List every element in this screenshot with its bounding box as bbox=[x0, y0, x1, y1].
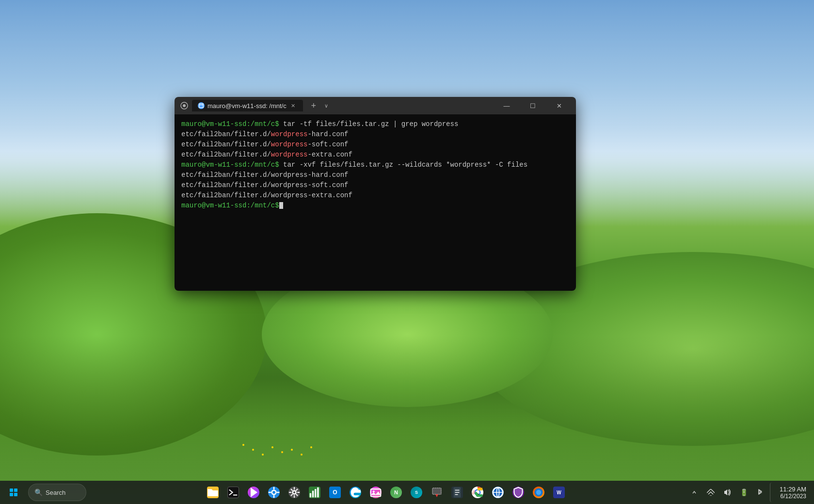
svg-rect-14 bbox=[432, 488, 441, 494]
new-tab-button[interactable]: + bbox=[307, 99, 320, 112]
terminal-line-7: etc/fail2ban/filter.d/wordpress-soft.con… bbox=[181, 180, 569, 190]
svg-rect-2 bbox=[199, 104, 203, 108]
chrome-icon bbox=[472, 487, 483, 498]
tab-close-button[interactable]: ✕ bbox=[289, 102, 297, 110]
taskbar-photos[interactable] bbox=[366, 483, 385, 502]
browser2-icon bbox=[533, 487, 544, 498]
network-app-icon bbox=[492, 487, 504, 498]
svg-point-13 bbox=[373, 490, 375, 492]
terminal-body[interactable]: mauro@vm-w11-ssd:/mnt/c$ tar -tf files/f… bbox=[175, 114, 576, 291]
terminal-window[interactable]: mauro@vm-w11-ssd: /mnt/c ✕ + ∨ — ☐ ✕ mau… bbox=[175, 97, 576, 291]
taskbar-app2[interactable]: S bbox=[407, 483, 426, 502]
terminal-line-4: etc/fail2ban/filter.d/wordpress-extra.co… bbox=[181, 150, 569, 160]
tray-network-icon[interactable] bbox=[703, 483, 718, 502]
prompt-1: mauro@vm-w11-ssd:/mnt/c$ bbox=[181, 120, 279, 128]
tray-volume-icon[interactable] bbox=[719, 483, 735, 502]
app2-icon: S bbox=[411, 487, 422, 498]
clock[interactable]: 11:29 AM 6/12/2023 bbox=[776, 483, 810, 502]
cursor bbox=[279, 202, 283, 209]
tab-title: mauro@vm-w11-ssd: /mnt/c bbox=[207, 102, 287, 110]
taskbar-browser2[interactable] bbox=[529, 483, 548, 502]
tray-battery-icon[interactable]: 🔋 bbox=[736, 483, 751, 502]
tray-bluetooth-icon[interactable] bbox=[752, 483, 768, 502]
task-manager-icon bbox=[309, 487, 320, 498]
tray-overflow-button[interactable] bbox=[686, 483, 702, 502]
clock-time: 11:29 AM bbox=[780, 486, 806, 493]
taskbar-security[interactable] bbox=[509, 483, 528, 502]
search-label: Search bbox=[46, 489, 65, 496]
taskbar-control-panel[interactable] bbox=[264, 483, 284, 502]
taskbar-notepad[interactable] bbox=[447, 483, 467, 502]
tray-show-desktop[interactable] bbox=[770, 483, 774, 502]
terminal-line-3: etc/fail2ban/filter.d/wordpress-soft.con… bbox=[181, 140, 569, 150]
minimize-button[interactable]: — bbox=[495, 97, 518, 114]
prompt-2: mauro@vm-w11-ssd:/mnt/c$ bbox=[181, 161, 279, 169]
settings-icon bbox=[288, 487, 300, 498]
taskbar-terminal[interactable] bbox=[223, 483, 243, 502]
terminal-line-5: mauro@vm-w11-ssd:/mnt/c$ tar -xvf files/… bbox=[181, 160, 569, 170]
svg-point-7 bbox=[293, 491, 296, 494]
taskbar-snipping[interactable] bbox=[427, 483, 447, 502]
terminal-line-8: etc/fail2ban/filter.d/wordpress-extra.co… bbox=[181, 190, 569, 201]
taskbar-network-app[interactable] bbox=[488, 483, 508, 502]
taskbar-file-explorer[interactable] bbox=[203, 483, 223, 502]
notepad-icon bbox=[451, 487, 463, 498]
clock-date: 6/12/2023 bbox=[781, 493, 806, 500]
taskbar-chrome[interactable] bbox=[468, 483, 487, 502]
photos-icon bbox=[370, 487, 382, 498]
svg-point-1 bbox=[183, 104, 186, 107]
svg-rect-10 bbox=[315, 489, 316, 497]
taskbar-task-manager[interactable] bbox=[305, 483, 324, 502]
terminal-tab[interactable]: mauro@vm-w11-ssd: /mnt/c ✕ bbox=[192, 100, 303, 111]
terminal-line-1: mauro@vm-w11-ssd:/mnt/c$ tar -tf files/f… bbox=[181, 119, 569, 129]
taskbar-settings[interactable] bbox=[285, 483, 304, 502]
svg-rect-8 bbox=[310, 493, 311, 498]
taskbar-outlook[interactable]: O bbox=[325, 483, 345, 502]
terminal-line-2: etc/fail2ban/filter.d/wordpress-hard.con… bbox=[181, 129, 569, 140]
svg-rect-12 bbox=[371, 489, 381, 496]
search-bar[interactable]: 🔍 Search bbox=[28, 484, 86, 501]
start-button[interactable] bbox=[3, 483, 24, 502]
taskbar-app1[interactable]: N bbox=[386, 483, 406, 502]
terminal-line-9: mauro@vm-w11-ssd:/mnt/c$ bbox=[181, 201, 569, 211]
terminal-taskbar-icon bbox=[227, 487, 239, 498]
snipping-icon bbox=[431, 487, 443, 498]
windows-logo-icon bbox=[10, 488, 17, 496]
tabs-dropdown[interactable]: ∨ bbox=[324, 103, 328, 109]
svg-rect-11 bbox=[317, 488, 319, 498]
svg-point-6 bbox=[272, 490, 276, 495]
app1-icon: N bbox=[390, 487, 402, 498]
taskbar-media-player[interactable] bbox=[244, 483, 263, 502]
system-tray: 🔋 bbox=[686, 483, 768, 502]
security-app-icon bbox=[512, 487, 524, 498]
close-button[interactable]: ✕ bbox=[548, 97, 570, 114]
maximize-button[interactable]: ☐ bbox=[522, 97, 544, 114]
svg-point-25 bbox=[536, 490, 541, 495]
taskbar-center: O N S bbox=[89, 483, 683, 502]
taskbar-right: 🔋 11:29 AM 6/12/2023 bbox=[683, 483, 814, 502]
terminal-titlebar: mauro@vm-w11-ssd: /mnt/c ✕ + ∨ — ☐ ✕ bbox=[175, 97, 576, 114]
media-player-icon bbox=[248, 487, 259, 498]
terminal-app-icon bbox=[180, 102, 188, 110]
svg-rect-9 bbox=[312, 491, 314, 498]
tab-icon bbox=[198, 102, 205, 109]
taskbar: 🔍 Search bbox=[0, 481, 814, 504]
svg-marker-5 bbox=[251, 488, 257, 497]
app3-icon: W bbox=[553, 487, 565, 498]
taskbar-left: 🔍 Search bbox=[0, 483, 89, 502]
prompt-3: mauro@vm-w11-ssd:/mnt/c$ bbox=[181, 202, 279, 209]
svg-marker-16 bbox=[435, 494, 438, 497]
control-panel-icon bbox=[268, 487, 280, 498]
search-icon: 🔍 bbox=[34, 488, 43, 496]
taskbar-app3[interactable]: W bbox=[549, 483, 569, 502]
taskbar-edge[interactable] bbox=[346, 483, 365, 502]
file-explorer-icon bbox=[207, 487, 219, 498]
edge-icon bbox=[350, 487, 361, 498]
outlook-icon: O bbox=[329, 487, 341, 498]
terminal-line-6: etc/fail2ban/filter.d/wordpress-hard.con… bbox=[181, 170, 569, 180]
